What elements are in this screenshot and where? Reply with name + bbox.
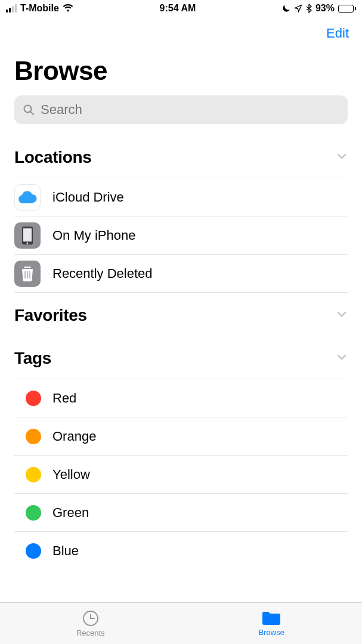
chevron-down-icon: [336, 351, 348, 366]
clock-icon: [82, 609, 100, 627]
tag-label: Red: [52, 391, 76, 406]
location-icon: [294, 4, 302, 13]
svg-line-1: [30, 112, 33, 114]
location-label: iCloud Drive: [52, 190, 124, 205]
favorites-section-header[interactable]: Favorites: [14, 293, 348, 336]
location-label: Recently Deleted: [52, 266, 153, 281]
wifi-icon: [63, 4, 73, 13]
page-title: Browse: [14, 56, 348, 86]
tag-label: Yellow: [52, 467, 90, 482]
folder-icon: [261, 610, 281, 627]
location-label: On My iPhone: [52, 228, 135, 243]
tag-row-green[interactable]: Green: [14, 494, 348, 532]
edit-button[interactable]: Edit: [326, 26, 349, 41]
tab-browse[interactable]: Browse: [181, 603, 363, 644]
locations-section-header[interactable]: Locations: [14, 135, 348, 178]
chevron-down-icon: [336, 308, 348, 323]
tab-bar: Recents Browse: [0, 602, 362, 644]
cloud-icon: [14, 184, 41, 210]
do-not-disturb-icon: [282, 4, 290, 13]
tags-section-header[interactable]: Tags: [14, 336, 348, 379]
tag-color-dot: [26, 429, 41, 444]
search-icon: [23, 104, 35, 116]
tag-row-yellow[interactable]: Yellow: [14, 456, 348, 494]
nav-bar: Edit: [0, 17, 362, 50]
tag-color-dot: [26, 505, 41, 521]
svg-rect-3: [23, 228, 32, 242]
tag-color-dot: [26, 543, 41, 559]
tag-label: Blue: [52, 543, 79, 559]
tag-color-dot: [26, 391, 41, 406]
favorites-title: Favorites: [14, 306, 87, 325]
status-time: 9:54 AM: [73, 3, 282, 14]
locations-title: Locations: [14, 148, 92, 167]
tag-label: Orange: [52, 429, 96, 444]
tab-recents[interactable]: Recents: [0, 603, 181, 644]
bluetooth-icon: [306, 4, 312, 13]
tab-label: Recents: [76, 628, 105, 637]
page-title-wrap: Browse: [0, 50, 362, 95]
battery-percent: 93%: [315, 3, 335, 14]
tag-row-blue[interactable]: Blue: [14, 532, 348, 570]
svg-point-4: [27, 242, 29, 244]
trash-icon: [14, 261, 41, 287]
signal-bars-icon: [6, 4, 17, 13]
battery-icon: [338, 5, 356, 13]
chevron-down-icon: [336, 150, 348, 165]
search-input[interactable]: [41, 102, 339, 117]
search-field[interactable]: [14, 95, 348, 124]
tag-row-orange[interactable]: Orange: [14, 417, 348, 456]
tab-label: Browse: [259, 628, 284, 637]
carrier-label: T-Mobile: [20, 3, 59, 14]
location-row-recently-deleted[interactable]: Recently Deleted: [14, 255, 348, 293]
tag-row-red[interactable]: Red: [14, 379, 348, 417]
tag-label: Green: [52, 505, 89, 521]
iphone-icon: [14, 222, 41, 249]
status-bar: T-Mobile 9:54 AM 93%: [0, 0, 362, 17]
tags-title: Tags: [14, 349, 51, 368]
location-row-on-my-iphone[interactable]: On My iPhone: [14, 216, 348, 255]
location-row-icloud[interactable]: iCloud Drive: [14, 178, 348, 216]
tag-color-dot: [26, 467, 41, 482]
